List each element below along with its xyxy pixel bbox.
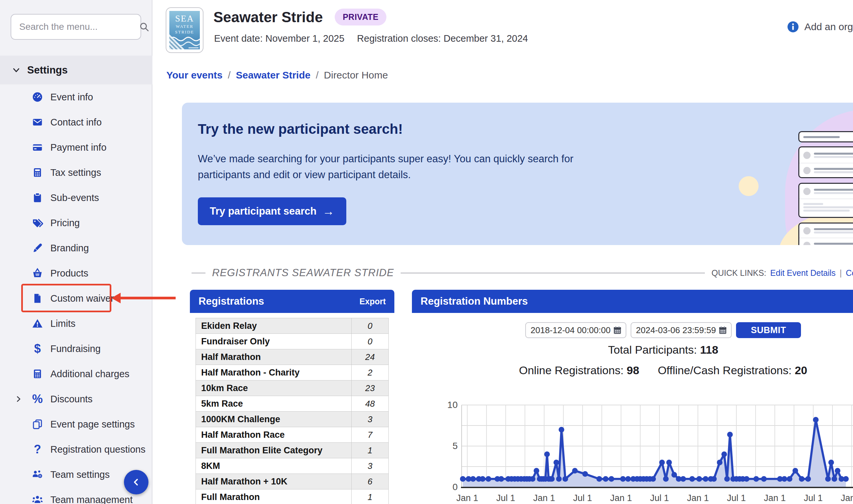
registration-row: 1000KM Challenge3	[196, 412, 388, 427]
registration-row: 5km Race48	[196, 396, 388, 412]
envelope-icon	[32, 116, 43, 128]
total-participants-label: Total Participants:	[608, 343, 697, 356]
breadcrumb: Your events / Seawater Stride / Director…	[167, 70, 388, 81]
sidebar-item-label: Custom waiver	[50, 293, 114, 304]
sidebar-item-label: Event info	[50, 92, 93, 103]
quick-links-separator: |	[840, 268, 842, 278]
search-input[interactable]	[19, 21, 139, 32]
sidebar-item-label: Tax settings	[50, 167, 101, 178]
tags-icon	[32, 217, 43, 229]
edit-event-details-link[interactable]: Edit Event Details	[770, 268, 835, 278]
sidebar-item-pricing[interactable]: Pricing	[0, 210, 153, 235]
registration-count: 24	[351, 349, 388, 365]
registration-row: Full Marathon1	[196, 489, 388, 504]
date-from-value: 2018-12-04 00:00:00	[530, 325, 610, 336]
registration-count: 1	[351, 489, 388, 504]
calendar-icon[interactable]	[612, 325, 622, 335]
annotation-arrow	[120, 297, 176, 299]
online-registrations-value: 98	[627, 364, 639, 377]
sidebar-item-label: Branding	[50, 243, 89, 254]
sidebar-item-tax-settings[interactable]: Tax settings	[0, 160, 153, 185]
illustration-search-card	[798, 131, 853, 142]
sidebar-item-label: Limits	[50, 318, 75, 329]
svg-text:Jan 1: Jan 1	[764, 493, 786, 503]
registrations-title: Registrations	[198, 295, 264, 307]
offline-registrations-label: Offline/Cash Registrations:	[658, 364, 792, 377]
sidebar-item-contact-info[interactable]: Contact info	[0, 110, 153, 135]
sidebar-item-registration-questions[interactable]: ?Registration questions	[0, 437, 153, 462]
app-root: Settings Event infoContact infoPayment i…	[0, 0, 853, 504]
percent-icon: %	[32, 393, 43, 404]
sidebar-item-label: Sub-events	[50, 192, 99, 203]
main-content: SEA WATER STRIDE Seawater Stride PRIVATE…	[153, 0, 853, 504]
registrations-chart: 0510Jan 1Jul 1Jan 1Jul 1Jan 1Jul 1Jan 1J…	[412, 389, 853, 504]
registration-count: 23	[351, 380, 388, 396]
sidebar-item-discounts[interactable]: %Discounts	[0, 386, 153, 412]
participant-search-banner: Try the new participant search! We’ve ma…	[182, 103, 853, 245]
registration-count: 3	[351, 458, 388, 473]
registration-event-name: Half Marathon Race	[196, 427, 351, 443]
registration-event-name: Half Marathon - Charity	[196, 365, 351, 380]
sidebar-item-branding[interactable]: Branding	[0, 235, 153, 260]
try-participant-search-button[interactable]: Try participant search →	[198, 197, 346, 225]
sidebar-item-label: Discounts	[50, 394, 92, 404]
sidebar-item-label: Event page settings	[50, 419, 135, 430]
add-organization-link[interactable]: Add an organization	[787, 20, 853, 33]
event-logo-poster: SEA WATER STRIDE	[169, 11, 200, 49]
registration-row: Half Marathon - Charity2	[196, 365, 388, 380]
date-to-input[interactable]: 2024-03-06 23:59:59	[631, 322, 732, 338]
registration-row: Ekiden Relay0	[196, 318, 388, 334]
illustration-detail-card	[798, 183, 853, 218]
sidebar-item-event-info[interactable]: Event info	[0, 85, 153, 110]
svg-text:5: 5	[452, 441, 458, 451]
svg-text:Jul 1: Jul 1	[496, 493, 515, 503]
registration-count: 0	[351, 334, 388, 349]
dollar-icon: $	[32, 343, 43, 354]
sidebar: Settings Event infoContact infoPayment i…	[0, 0, 153, 504]
submit-button[interactable]: SUBMIT	[736, 322, 801, 338]
breadcrumb-seawater-stride[interactable]: Seawater Stride	[236, 70, 311, 81]
registration-numbers-title: Registration Numbers	[420, 295, 528, 307]
file-icon	[32, 293, 43, 304]
svg-text:Jan 1: Jan 1	[687, 493, 709, 503]
logo-text-sea: SEA	[175, 14, 194, 23]
calendar-icon[interactable]	[718, 325, 728, 335]
arrow-right-icon: →	[323, 204, 334, 218]
sidebar-item-payment-info[interactable]: Payment info	[0, 135, 153, 160]
sidebar-item-label: Contact info	[50, 117, 102, 128]
sidebar-item-products[interactable]: Products	[0, 260, 153, 286]
sidebar-item-additional-charges[interactable]: Additional charges	[0, 361, 153, 386]
basket-icon	[32, 268, 43, 279]
banner-title: Try the new participant search!	[198, 121, 403, 137]
registration-row: 10km Race23	[196, 380, 388, 396]
registration-breakdown-row: Online Registrations: 98 Offline/Cash Re…	[412, 364, 853, 377]
sidebar-item-limits[interactable]: Limits	[0, 311, 153, 336]
sidebar-item-sub-events[interactable]: Sub-events	[0, 185, 153, 210]
breadcrumb-your-events[interactable]: Your events	[167, 70, 223, 81]
sidebar-section-settings[interactable]: Settings	[0, 56, 153, 85]
sidebar-collapse-button[interactable]	[124, 470, 149, 494]
registration-row: Half Marathon24	[196, 349, 388, 365]
registrations-panel-header: Registrations Export	[190, 290, 394, 313]
total-participants-value: 118	[700, 343, 718, 356]
brush-icon	[32, 242, 43, 254]
registration-event-name: Full Marathon Elite Category	[196, 443, 351, 458]
menu-search-box[interactable]	[11, 14, 141, 40]
svg-text:10: 10	[447, 400, 458, 410]
sidebar-item-fundraising[interactable]: $Fundraising	[0, 336, 153, 361]
registration-event-name: 8KM	[196, 458, 351, 473]
registration-event-name: Fundraiser Only	[196, 334, 351, 349]
registration-row: Half Marathon Race7	[196, 427, 388, 443]
chevron-down-icon	[12, 66, 20, 74]
calculator-icon	[32, 368, 43, 379]
event-date-text: Event date: November 1, 2025	[214, 33, 344, 44]
copy-event-link[interactable]: Cop	[846, 268, 853, 278]
divider-line	[192, 272, 206, 273]
registration-event-name: Half Marathon + 10K	[196, 474, 351, 489]
export-button[interactable]: Export	[360, 297, 386, 306]
chevron-right-icon[interactable]	[15, 395, 22, 403]
sidebar-item-event-page-settings[interactable]: Event page settings	[0, 412, 153, 437]
registration-count: 48	[351, 396, 388, 411]
team-icon	[32, 494, 43, 504]
date-from-input[interactable]: 2018-12-04 00:00:00	[525, 322, 626, 338]
